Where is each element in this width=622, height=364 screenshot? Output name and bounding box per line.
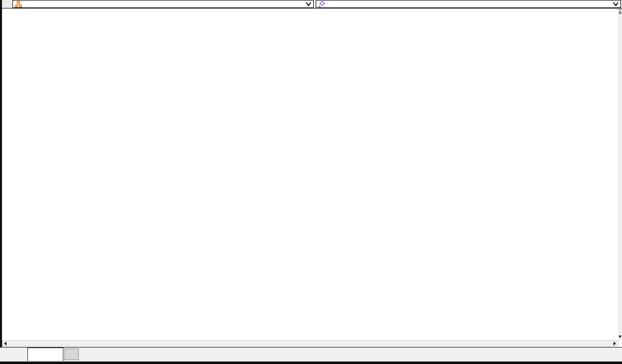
scroll-left-button[interactable] — [1, 341, 8, 346]
new-tab-button[interactable] — [64, 349, 79, 360]
document-tab-bar — [0, 348, 622, 362]
tab-channels[interactable] — [27, 348, 63, 361]
method-icon — [318, 1, 325, 7]
horizontal-scrollbar[interactable] — [1, 340, 619, 347]
chevron-down-icon[interactable] — [306, 1, 311, 6]
scroll-down-icon[interactable] — [619, 336, 622, 338]
navigation-bar — [0, 0, 622, 8]
vertical-scrollbar[interactable] — [618, 9, 622, 340]
window-bottom-border — [0, 362, 622, 364]
scroll-right-button[interactable] — [611, 341, 618, 346]
code-editor[interactable] — [2, 9, 618, 340]
vertical-scrollbar-thumb[interactable] — [618, 9, 622, 10]
chevron-down-icon[interactable] — [613, 1, 619, 6]
class-icon — [15, 1, 22, 7]
class-selector-dropdown[interactable] — [12, 0, 314, 8]
ninjascript-editor-window — [0, 0, 622, 364]
window-left-border — [0, 0, 2, 347]
method-selector-dropdown[interactable] — [316, 0, 621, 8]
